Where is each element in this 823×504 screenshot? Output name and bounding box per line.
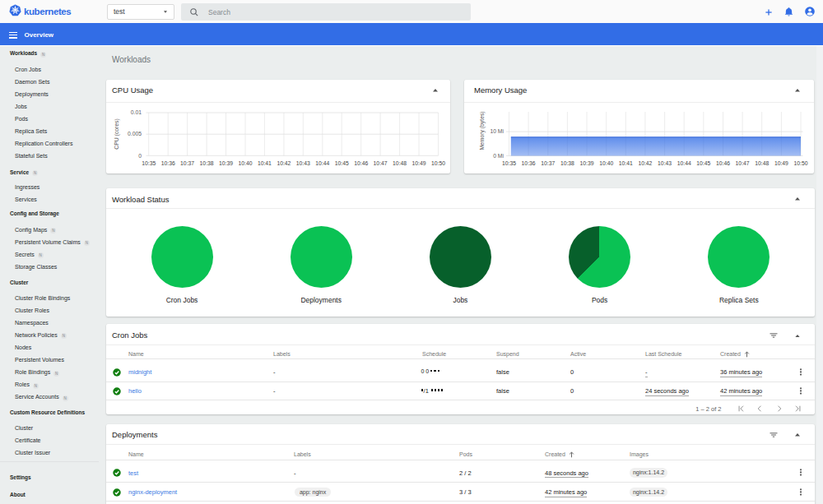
svg-text:10:37: 10:37 xyxy=(541,160,555,166)
svg-text:10:39: 10:39 xyxy=(579,160,593,166)
svg-text:10:49: 10:49 xyxy=(412,160,425,166)
svg-text:CPU (cores): CPU (cores) xyxy=(114,118,120,149)
svg-text:10 Mi: 10 Mi xyxy=(490,128,504,134)
svg-text:10:45: 10:45 xyxy=(696,160,710,166)
svg-text:10:38: 10:38 xyxy=(560,160,574,166)
svg-text:10:48: 10:48 xyxy=(393,160,407,166)
svg-text:10:49: 10:49 xyxy=(774,160,788,166)
svg-text:10:44: 10:44 xyxy=(315,160,329,166)
svg-text:10:38: 10:38 xyxy=(200,160,214,166)
svg-text:10:41: 10:41 xyxy=(619,160,633,166)
svg-text:10:36: 10:36 xyxy=(161,160,175,166)
svg-text:10:46: 10:46 xyxy=(354,160,368,166)
svg-text:0.005: 0.005 xyxy=(128,131,142,136)
svg-text:10:48: 10:48 xyxy=(755,160,769,166)
svg-text:10:43: 10:43 xyxy=(658,160,672,166)
svg-text:10:39: 10:39 xyxy=(219,160,233,166)
svg-text:10:37: 10:37 xyxy=(180,160,194,166)
svg-text:10:47: 10:47 xyxy=(374,160,388,166)
svg-text:10:43: 10:43 xyxy=(296,160,310,166)
svg-text:10:35: 10:35 xyxy=(142,160,156,166)
svg-text:10:45: 10:45 xyxy=(335,160,349,166)
svg-text:10:46: 10:46 xyxy=(716,160,730,166)
svg-text:10:41: 10:41 xyxy=(258,160,272,166)
svg-text:0.01: 0.01 xyxy=(131,109,142,115)
svg-text:10:35: 10:35 xyxy=(502,160,516,166)
svg-text:0 Mi: 0 Mi xyxy=(493,153,504,159)
svg-text:10:42: 10:42 xyxy=(277,160,291,166)
svg-text:10:50: 10:50 xyxy=(793,160,807,166)
svg-text:10:36: 10:36 xyxy=(522,160,536,166)
svg-text:10:47: 10:47 xyxy=(736,160,750,166)
svg-text:10:44: 10:44 xyxy=(677,160,691,166)
svg-text:Memory (bytes): Memory (bytes) xyxy=(479,111,486,150)
svg-text:10:50: 10:50 xyxy=(431,160,445,166)
svg-text:0: 0 xyxy=(138,153,142,159)
svg-text:10:42: 10:42 xyxy=(638,160,652,166)
svg-text:10:40: 10:40 xyxy=(599,160,613,166)
svg-text:10:40: 10:40 xyxy=(238,160,252,166)
